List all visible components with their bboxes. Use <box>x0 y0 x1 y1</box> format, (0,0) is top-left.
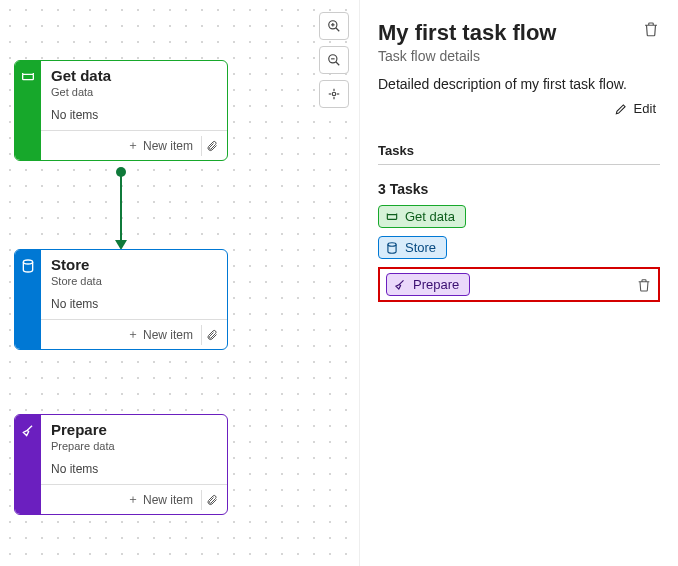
edit-button[interactable]: Edit <box>610 98 660 119</box>
svg-line-21 <box>399 280 403 284</box>
zoom-toolbar <box>319 12 349 108</box>
plus-icon: ＋ <box>127 326 139 343</box>
data-source-icon <box>15 61 41 160</box>
zoom-in-button[interactable] <box>319 12 349 40</box>
broom-icon <box>15 415 41 514</box>
card-title: Get data <box>51 67 217 84</box>
pencil-icon <box>614 102 628 116</box>
new-item-label: New item <box>143 328 193 342</box>
zoom-fit-button[interactable] <box>319 80 349 108</box>
new-item-label: New item <box>143 493 193 507</box>
task-pill-get-data[interactable]: Get data <box>378 205 466 228</box>
svg-point-15 <box>23 260 32 264</box>
new-item-label: New item <box>143 139 193 153</box>
task-pill-store[interactable]: Store <box>378 236 447 259</box>
task-card-prepare[interactable]: Prepare Prepare data No items ＋ New item <box>14 414 228 515</box>
card-title: Prepare <box>51 421 217 438</box>
attachment-button[interactable] <box>201 325 221 345</box>
task-pill-label: Prepare <box>413 277 459 292</box>
plus-icon: ＋ <box>127 137 139 154</box>
card-subtitle: Get data <box>51 86 217 98</box>
card-subtitle: Prepare data <box>51 440 217 452</box>
flow-subtitle: Task flow details <box>378 48 556 64</box>
svg-point-20 <box>388 242 396 246</box>
svg-line-5 <box>336 62 340 66</box>
tasks-count: 3 Tasks <box>378 181 660 197</box>
flow-description: Detailed description of my first task fl… <box>378 76 660 92</box>
canvas[interactable]: Get data Get data No items ＋ New item <box>0 0 360 566</box>
task-pill-label: Store <box>405 240 436 255</box>
task-card-get-data[interactable]: Get data Get data No items ＋ New item <box>14 60 228 161</box>
card-subtitle: Store data <box>51 275 217 287</box>
data-source-icon <box>385 210 399 224</box>
delete-task-button[interactable] <box>636 277 652 293</box>
card-empty-text: No items <box>41 287 227 319</box>
zoom-out-button[interactable] <box>319 46 349 74</box>
svg-rect-12 <box>23 74 34 79</box>
broom-icon <box>393 278 407 292</box>
card-empty-text: No items <box>41 98 227 130</box>
selected-task-row: Prepare <box>378 267 660 302</box>
task-pill-prepare[interactable]: Prepare <box>386 273 470 296</box>
flow-title: My first task flow <box>378 20 556 46</box>
new-item-button[interactable]: ＋ New item <box>123 489 197 510</box>
tasks-section-label: Tasks <box>378 143 660 165</box>
svg-point-7 <box>332 92 336 96</box>
new-item-button[interactable]: ＋ New item <box>123 135 197 156</box>
card-title: Store <box>51 256 217 273</box>
new-item-button[interactable]: ＋ New item <box>123 324 197 345</box>
delete-flow-button[interactable] <box>642 20 660 38</box>
svg-line-16 <box>27 426 32 431</box>
attachment-button[interactable] <box>201 490 221 510</box>
attachment-button[interactable] <box>201 136 221 156</box>
task-pill-label: Get data <box>405 209 455 224</box>
connector-line <box>120 170 122 242</box>
edit-label: Edit <box>634 101 656 116</box>
task-card-store[interactable]: Store Store data No items ＋ New item <box>14 249 228 350</box>
details-panel: My first task flow Task flow details Det… <box>360 0 678 566</box>
svg-line-1 <box>336 28 340 32</box>
plus-icon: ＋ <box>127 491 139 508</box>
card-empty-text: No items <box>41 452 227 484</box>
database-icon <box>15 250 41 349</box>
database-icon <box>385 241 399 255</box>
svg-rect-17 <box>387 214 396 219</box>
